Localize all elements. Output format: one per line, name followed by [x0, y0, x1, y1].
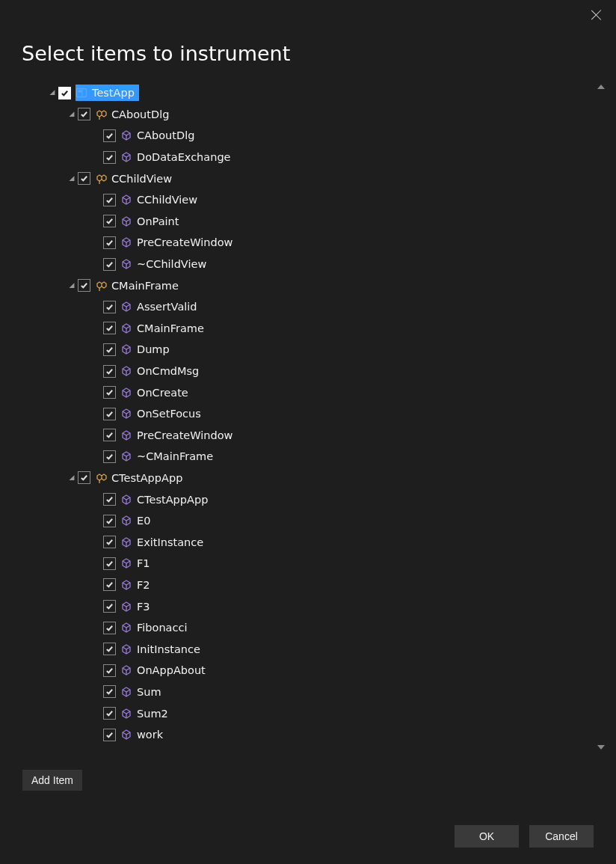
- checkbox[interactable]: [103, 151, 116, 164]
- tree-row-member-2-5[interactable]: OnSetFocus: [22, 403, 607, 425]
- tree-row-member-3-9[interactable]: Sum: [22, 681, 607, 703]
- expander-icon[interactable]: ◢: [48, 88, 57, 96]
- tree-item-label: Sum2: [137, 708, 168, 720]
- class-icon: [95, 173, 107, 185]
- checkbox[interactable]: [103, 129, 116, 142]
- checkbox[interactable]: [103, 386, 116, 399]
- tree-row-member-2-7[interactable]: ~CMainFrame: [22, 446, 607, 468]
- tree-row-member-3-10[interactable]: Sum2: [22, 702, 607, 724]
- tree-item-label: CTestAppApp: [137, 494, 208, 506]
- method-icon: [120, 557, 132, 569]
- checkbox[interactable]: [103, 493, 116, 506]
- tree-item-label: ~CMainFrame: [137, 450, 213, 462]
- tree-row-class-0[interactable]: ◢CAboutDlg: [22, 104, 607, 126]
- checkbox[interactable]: [103, 429, 116, 441]
- tree-row-member-3-8[interactable]: OnAppAbout: [22, 660, 607, 681]
- method-icon: [120, 387, 132, 399]
- tree-row-member-3-2[interactable]: ExitInstance: [22, 531, 607, 553]
- expander-icon[interactable]: ◢: [67, 110, 76, 117]
- expander-icon[interactable]: ◢: [67, 281, 76, 289]
- tree-item-label: CChildView: [137, 194, 197, 206]
- checkbox[interactable]: [103, 578, 116, 591]
- tree-item-label: AssertValid: [137, 301, 197, 313]
- tree-row-member-3-5[interactable]: F3: [22, 595, 607, 617]
- add-item-button[interactable]: Add Item: [22, 770, 82, 791]
- ok-button[interactable]: OK: [455, 825, 519, 848]
- class-icon: [95, 472, 107, 484]
- tree-row-member-1-3[interactable]: ~CChildView: [22, 254, 607, 275]
- checkbox[interactable]: [103, 215, 116, 227]
- tree-item-label: OnCmdMsg: [137, 365, 199, 377]
- checkbox[interactable]: [103, 729, 116, 741]
- method-icon: [120, 129, 132, 141]
- tree-item-label: Dump: [137, 343, 170, 355]
- tree-row-member-3-6[interactable]: Fibonacci: [22, 617, 607, 639]
- cancel-button[interactable]: Cancel: [529, 825, 594, 848]
- checkbox[interactable]: [78, 108, 90, 120]
- tree-row-member-3-11[interactable]: work: [22, 724, 607, 746]
- tree-row-project[interactable]: ◢TestApp: [22, 82, 607, 104]
- checkbox[interactable]: [103, 643, 116, 655]
- checkbox[interactable]: [78, 471, 90, 484]
- tree-row-member-2-1[interactable]: CMainFrame: [22, 318, 607, 340]
- scroll-up-icon[interactable]: [597, 85, 605, 89]
- tree-row-class-2[interactable]: ◢CMainFrame: [22, 275, 607, 296]
- tree-row-member-1-2[interactable]: PreCreateWindow: [22, 232, 607, 254]
- checkbox[interactable]: [103, 408, 116, 420]
- checkbox[interactable]: [78, 172, 90, 185]
- checkbox[interactable]: [58, 87, 71, 99]
- tree-item-label: CAboutDlg: [137, 129, 194, 141]
- tree-row-member-2-0[interactable]: AssertValid: [22, 296, 607, 318]
- tree-item-label: CMainFrame: [137, 322, 204, 334]
- tree-row-member-3-4[interactable]: F2: [22, 575, 607, 596]
- tree-item-label: PreCreateWindow: [137, 429, 232, 441]
- checkbox[interactable]: [103, 322, 116, 334]
- checkbox[interactable]: [103, 707, 116, 720]
- tree-row-member-2-6[interactable]: PreCreateWindow: [22, 425, 607, 447]
- tree-row-member-3-7[interactable]: InitInstance: [22, 638, 607, 660]
- checkbox[interactable]: [103, 365, 116, 378]
- checkbox[interactable]: [103, 536, 116, 548]
- tree-row-class-3[interactable]: ◢CTestAppApp: [22, 468, 607, 489]
- scroll-down-icon[interactable]: [597, 745, 605, 750]
- tree-row-member-0-0[interactable]: CAboutDlg: [22, 125, 607, 147]
- tree-row-member-2-4[interactable]: OnCreate: [22, 382, 607, 403]
- tree-view[interactable]: ◢TestApp◢CAboutDlgCAboutDlgDoDataExchang…: [22, 82, 607, 752]
- tree-row-member-1-1[interactable]: OnPaint: [22, 211, 607, 233]
- close-button[interactable]: [591, 9, 603, 21]
- method-icon: [120, 450, 132, 462]
- checkbox[interactable]: [103, 343, 116, 356]
- tree-row-member-3-0[interactable]: CTestAppApp: [22, 488, 607, 510]
- method-icon: [120, 301, 132, 313]
- tree-item-label: CChildView: [111, 173, 172, 185]
- checkbox[interactable]: [103, 600, 116, 613]
- checkbox[interactable]: [103, 236, 116, 249]
- expander-icon[interactable]: ◢: [67, 474, 76, 481]
- checkbox[interactable]: [103, 622, 116, 634]
- tree-item-label: Fibonacci: [137, 622, 187, 634]
- checkbox[interactable]: [103, 664, 116, 677]
- method-icon: [120, 194, 132, 206]
- tree-item-label: InitInstance: [137, 643, 200, 655]
- checkbox[interactable]: [103, 450, 116, 463]
- method-icon: [120, 322, 132, 334]
- method-icon: [120, 429, 132, 441]
- checkbox[interactable]: [103, 515, 116, 527]
- checkbox[interactable]: [103, 301, 116, 313]
- checkbox[interactable]: [103, 194, 116, 206]
- tree-row-member-3-1[interactable]: E0: [22, 510, 607, 532]
- tree-item-label: E0: [137, 515, 150, 527]
- checkbox[interactable]: [103, 258, 116, 271]
- tree-row-member-0-1[interactable]: DoDataExchange: [22, 147, 607, 168]
- method-icon: [120, 343, 132, 355]
- tree-row-class-1[interactable]: ◢CChildView: [22, 168, 607, 189]
- tree-row-member-3-3[interactable]: F1: [22, 553, 607, 575]
- tree-row-member-2-2[interactable]: Dump: [22, 339, 607, 361]
- expander-icon[interactable]: ◢: [67, 174, 76, 182]
- tree-item-label: CTestAppApp: [111, 472, 182, 484]
- tree-row-member-2-3[interactable]: OnCmdMsg: [22, 361, 607, 382]
- checkbox[interactable]: [78, 279, 90, 292]
- checkbox[interactable]: [103, 685, 116, 698]
- checkbox[interactable]: [103, 557, 116, 570]
- tree-row-member-1-0[interactable]: CChildView: [22, 189, 607, 211]
